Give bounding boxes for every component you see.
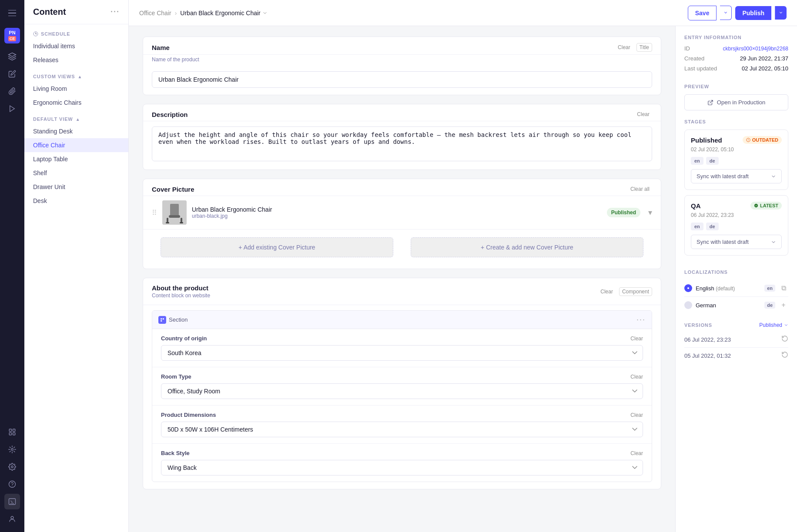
svg-rect-2 bbox=[13, 429, 15, 431]
sidebar-item-laptop-table[interactable]: Laptop Table bbox=[24, 152, 128, 166]
clip-icon[interactable] bbox=[4, 83, 20, 99]
qa-sync-button[interactable]: Sync with latest draft bbox=[691, 235, 782, 249]
stages-section: STAGES Published OUTDATED 02 Jul 2022, 0… bbox=[684, 119, 788, 261]
schedule-section-label: SCHEDULE bbox=[24, 24, 128, 39]
svg-rect-1 bbox=[9, 429, 11, 431]
api-icon[interactable] bbox=[4, 442, 20, 457]
sidebar-header: Content ··· bbox=[24, 0, 128, 24]
entry-created-row: Created 29 Jun 2022, 21:37 bbox=[684, 55, 788, 62]
cover-picture-label: Cover Picture bbox=[152, 186, 194, 193]
cover-item-dropdown[interactable]: ▾ bbox=[648, 208, 652, 217]
sidebar-title: Content bbox=[33, 7, 66, 17]
back-style-clear-button[interactable]: Clear bbox=[630, 450, 643, 456]
back-style-select[interactable]: Wing Back bbox=[161, 460, 643, 475]
topbar: Office Chair › Urban Black Ergonomic Cha… bbox=[129, 0, 797, 26]
add-locale-button[interactable]: + bbox=[779, 300, 788, 310]
avatar[interactable]: PN CE bbox=[4, 28, 20, 43]
svg-rect-18 bbox=[163, 318, 164, 319]
cover-item: ⠿ Urban Black Ergonomic Ch bbox=[143, 196, 661, 229]
sidebar-item-standing-desk[interactable]: Standing Desk bbox=[24, 124, 128, 138]
sidebar-item-office-chair[interactable]: Office Chair bbox=[24, 138, 128, 152]
add-existing-cover-button[interactable]: + Add existing Cover Picture bbox=[161, 237, 393, 257]
qa-lang-en: en bbox=[691, 223, 703, 230]
country-select[interactable]: South Korea bbox=[161, 345, 643, 361]
component-inner: Section ··· Country of origin Clear Sout… bbox=[152, 310, 652, 482]
svg-rect-11 bbox=[170, 204, 179, 216]
back-style-field-label-row: Back Style Clear bbox=[161, 450, 643, 456]
custom-views-collapse[interactable]: ▲ bbox=[78, 74, 83, 79]
play-icon[interactable] bbox=[4, 101, 20, 116]
sidebar-item-releases[interactable]: Releases bbox=[24, 53, 128, 67]
svg-rect-15 bbox=[166, 222, 169, 223]
apps-icon[interactable] bbox=[4, 424, 20, 440]
save-button[interactable]: Save bbox=[688, 6, 717, 20]
loc-english-active-circle bbox=[684, 284, 692, 292]
section-tag: Section bbox=[158, 316, 188, 324]
icon-bar: PN CE bbox=[0, 0, 24, 532]
edit-icon[interactable] bbox=[4, 66, 20, 82]
sidebar-item-desk[interactable]: Desk bbox=[24, 194, 128, 208]
svg-marker-0 bbox=[10, 106, 15, 112]
restore-version-2-button[interactable] bbox=[781, 351, 788, 360]
entry-info-section: ENTRY INFORMATION ID ckbrsjkrs000×0194j9… bbox=[684, 35, 788, 75]
loc-german-tag: de bbox=[764, 302, 775, 309]
svg-rect-12 bbox=[169, 215, 180, 218]
sidebar-item-shelf[interactable]: Shelf bbox=[24, 166, 128, 180]
description-input[interactable]: Adjust the height and angle of this chai… bbox=[152, 126, 652, 161]
loc-english-item: English (default) en ⧉ bbox=[684, 280, 788, 297]
sidebar-item-living-room[interactable]: Living Room bbox=[24, 82, 128, 96]
user-icon[interactable] bbox=[4, 511, 20, 527]
country-clear-button[interactable]: Clear bbox=[630, 336, 643, 342]
sidebar-item-individual-items[interactable]: Individual items bbox=[24, 39, 128, 53]
description-clear-button[interactable]: Clear bbox=[634, 110, 652, 118]
name-field-actions: Clear Title bbox=[615, 43, 652, 52]
versions-header: VERSIONS Published bbox=[684, 322, 788, 328]
create-new-cover-button[interactable]: + Create & add new Cover Picture bbox=[411, 237, 643, 257]
sidebar-more-icon[interactable]: ··· bbox=[111, 7, 120, 17]
layers-icon[interactable] bbox=[4, 49, 20, 64]
sidebar-item-ergonomic-chairs[interactable]: Ergonomic Chairs bbox=[24, 96, 128, 110]
room-type-clear-button[interactable]: Clear bbox=[630, 374, 643, 380]
entry-id-value[interactable]: ckbrsjkrs000×0194j9bn2268 bbox=[723, 46, 788, 52]
name-input[interactable] bbox=[152, 71, 652, 88]
cover-clear-all-button[interactable]: Clear all bbox=[628, 185, 652, 193]
room-type-select[interactable]: Office, Study Room bbox=[161, 383, 643, 399]
qa-stage-name: QA bbox=[691, 202, 701, 209]
publish-button[interactable]: Publish bbox=[735, 6, 771, 20]
default-view-collapse[interactable]: ▲ bbox=[76, 117, 80, 122]
name-field-label: Name bbox=[152, 44, 170, 51]
terminal-icon[interactable] bbox=[4, 494, 20, 509]
cover-published-badge: Published bbox=[607, 208, 640, 217]
qa-lang-tags: en de bbox=[691, 223, 782, 230]
name-clear-button[interactable]: Clear bbox=[615, 43, 633, 51]
versions-link[interactable]: Published bbox=[759, 322, 788, 328]
name-sublabel: Name of the product bbox=[143, 55, 661, 66]
section-more-icon[interactable]: ··· bbox=[636, 315, 646, 324]
name-field-section: Name Clear Title Name of the product bbox=[143, 37, 661, 95]
about-field-actions: Clear Component bbox=[598, 287, 652, 296]
settings-icon[interactable] bbox=[4, 459, 20, 475]
copy-locale-button[interactable]: ⧉ bbox=[779, 283, 788, 293]
loc-english-name: English (default) bbox=[696, 285, 761, 292]
loc-german-inactive-circle bbox=[684, 301, 692, 309]
restore-version-1-button[interactable] bbox=[781, 335, 788, 344]
about-component-button[interactable]: Component bbox=[619, 287, 652, 296]
publish-dropdown-button[interactable] bbox=[775, 6, 787, 20]
save-dropdown-button[interactable] bbox=[720, 6, 732, 20]
name-title-button[interactable]: Title bbox=[636, 43, 652, 52]
sidebar-item-drawer-unit[interactable]: Drawer Unit bbox=[24, 180, 128, 194]
svg-rect-3 bbox=[9, 433, 11, 435]
help-icon[interactable] bbox=[4, 476, 20, 492]
open-in-production-button[interactable]: Open in Production bbox=[684, 94, 788, 110]
version-row-1: 06 Jul 2022, 23:23 bbox=[684, 332, 788, 348]
about-clear-button[interactable]: Clear bbox=[598, 288, 616, 296]
description-field-actions: Clear bbox=[634, 110, 652, 118]
hamburger-icon[interactable] bbox=[4, 5, 20, 21]
dimensions-select[interactable]: 50D x 50W x 106H Centimeters bbox=[161, 422, 643, 437]
published-sync-button[interactable]: Sync with latest draft bbox=[691, 169, 782, 183]
dimensions-clear-button[interactable]: Clear bbox=[630, 412, 643, 418]
description-field-section: Description Clear Adjust the height and … bbox=[143, 104, 661, 170]
breadcrumb-parent[interactable]: Office Chair bbox=[139, 10, 171, 17]
drag-handle-icon[interactable]: ⠿ bbox=[152, 209, 157, 217]
country-field-row: Country of origin Clear South Korea bbox=[152, 329, 652, 367]
